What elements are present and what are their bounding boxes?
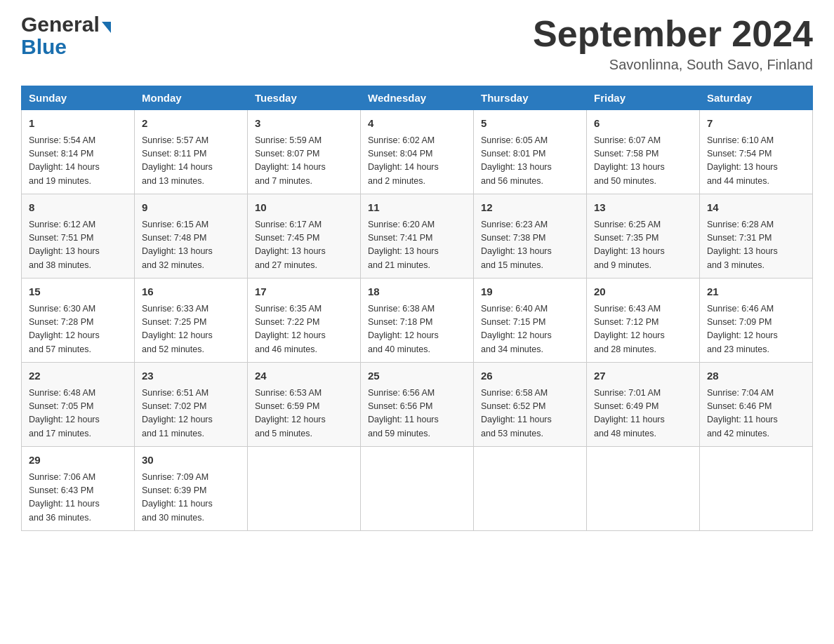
calendar-cell: 28Sunrise: 7:04 AMSunset: 6:46 PMDayligh… <box>700 363 813 447</box>
day-info: Sunrise: 6:38 AMSunset: 7:18 PMDaylight:… <box>368 302 466 357</box>
day-info: Sunrise: 6:02 AMSunset: 8:04 PMDaylight:… <box>368 134 466 189</box>
day-info: Sunrise: 7:06 AMSunset: 6:43 PMDaylight:… <box>29 471 127 525</box>
day-info: Sunrise: 6:43 AMSunset: 7:12 PMDaylight:… <box>594 302 692 357</box>
calendar-cell: 17Sunrise: 6:35 AMSunset: 7:22 PMDayligh… <box>248 279 361 363</box>
day-info: Sunrise: 6:07 AMSunset: 7:58 PMDaylight:… <box>594 134 692 189</box>
col-monday: Monday <box>135 86 248 110</box>
logo-general-text: General <box>21 13 100 36</box>
calendar-cell: 21Sunrise: 6:46 AMSunset: 7:09 PMDayligh… <box>700 279 813 363</box>
day-number: 24 <box>255 368 353 384</box>
logo-triangle-icon <box>102 22 111 33</box>
day-number: 2 <box>142 116 240 132</box>
logo-blue-text: Blue <box>21 35 111 59</box>
day-number: 10 <box>255 200 353 216</box>
day-number: 28 <box>707 368 805 384</box>
calendar-week-5: 29Sunrise: 7:06 AMSunset: 6:43 PMDayligh… <box>22 447 813 531</box>
calendar-cell: 11Sunrise: 6:20 AMSunset: 7:41 PMDayligh… <box>361 194 474 279</box>
calendar-cell: 25Sunrise: 6:56 AMSunset: 6:56 PMDayligh… <box>361 363 474 447</box>
day-number: 26 <box>481 368 579 384</box>
day-number: 8 <box>29 200 127 216</box>
day-number: 17 <box>255 284 353 300</box>
logo: General Blue <box>21 14 111 59</box>
calendar-cell: 19Sunrise: 6:40 AMSunset: 7:15 PMDayligh… <box>474 279 587 363</box>
calendar-cell: 23Sunrise: 6:51 AMSunset: 7:02 PMDayligh… <box>135 363 248 447</box>
day-number: 25 <box>368 368 466 384</box>
day-info: Sunrise: 7:04 AMSunset: 6:46 PMDaylight:… <box>707 387 805 441</box>
day-info: Sunrise: 6:48 AMSunset: 7:05 PMDaylight:… <box>29 387 127 441</box>
day-info: Sunrise: 6:56 AMSunset: 6:56 PMDaylight:… <box>368 387 466 441</box>
day-info: Sunrise: 7:01 AMSunset: 6:49 PMDaylight:… <box>594 387 692 441</box>
day-number: 18 <box>368 284 466 300</box>
calendar-cell <box>361 447 474 531</box>
day-info: Sunrise: 6:46 AMSunset: 7:09 PMDaylight:… <box>707 302 805 357</box>
calendar-body: 1Sunrise: 5:54 AMSunset: 8:14 PMDaylight… <box>22 110 813 531</box>
calendar-cell: 26Sunrise: 6:58 AMSunset: 6:52 PMDayligh… <box>474 363 587 447</box>
day-number: 15 <box>29 284 127 300</box>
col-tuesday: Tuesday <box>248 86 361 110</box>
calendar-week-4: 22Sunrise: 6:48 AMSunset: 7:05 PMDayligh… <box>22 363 813 447</box>
day-info: Sunrise: 6:28 AMSunset: 7:31 PMDaylight:… <box>707 218 805 273</box>
day-number: 6 <box>594 116 692 132</box>
calendar-cell <box>700 447 813 531</box>
day-number: 29 <box>29 452 127 469</box>
day-number: 4 <box>368 116 466 132</box>
day-number: 20 <box>594 284 692 300</box>
calendar-subtitle: Savonlinna, South Savo, Finland <box>533 57 813 73</box>
title-area: September 2024 Savonlinna, South Savo, F… <box>533 14 813 73</box>
day-number: 23 <box>142 368 240 384</box>
calendar-cell <box>474 447 587 531</box>
calendar-cell: 13Sunrise: 6:25 AMSunset: 7:35 PMDayligh… <box>587 194 700 279</box>
day-info: Sunrise: 6:53 AMSunset: 6:59 PMDaylight:… <box>255 387 353 441</box>
day-info: Sunrise: 5:57 AMSunset: 8:11 PMDaylight:… <box>142 134 240 189</box>
day-info: Sunrise: 6:17 AMSunset: 7:45 PMDaylight:… <box>255 218 353 273</box>
calendar-cell: 5Sunrise: 6:05 AMSunset: 8:01 PMDaylight… <box>474 110 587 194</box>
page-header: General Blue September 2024 Savonlinna, … <box>21 14 813 73</box>
day-number: 22 <box>29 368 127 384</box>
col-thursday: Thursday <box>474 86 587 110</box>
calendar-cell: 6Sunrise: 6:07 AMSunset: 7:58 PMDaylight… <box>587 110 700 194</box>
day-number: 7 <box>707 116 805 132</box>
calendar-week-1: 1Sunrise: 5:54 AMSunset: 8:14 PMDaylight… <box>22 110 813 194</box>
day-number: 1 <box>29 116 127 132</box>
day-number: 5 <box>481 116 579 132</box>
calendar-cell: 15Sunrise: 6:30 AMSunset: 7:28 PMDayligh… <box>22 279 135 363</box>
calendar-cell <box>587 447 700 531</box>
day-info: Sunrise: 6:58 AMSunset: 6:52 PMDaylight:… <box>481 387 579 441</box>
calendar-cell: 9Sunrise: 6:15 AMSunset: 7:48 PMDaylight… <box>135 194 248 279</box>
day-info: Sunrise: 6:20 AMSunset: 7:41 PMDaylight:… <box>368 218 466 273</box>
calendar-table: Sunday Monday Tuesday Wednesday Thursday… <box>21 86 813 531</box>
calendar-cell: 20Sunrise: 6:43 AMSunset: 7:12 PMDayligh… <box>587 279 700 363</box>
calendar-cell: 22Sunrise: 6:48 AMSunset: 7:05 PMDayligh… <box>22 363 135 447</box>
day-info: Sunrise: 6:35 AMSunset: 7:22 PMDaylight:… <box>255 302 353 357</box>
col-wednesday: Wednesday <box>361 86 474 110</box>
calendar-header: Sunday Monday Tuesday Wednesday Thursday… <box>22 86 813 110</box>
calendar-cell: 16Sunrise: 6:33 AMSunset: 7:25 PMDayligh… <box>135 279 248 363</box>
day-info: Sunrise: 6:25 AMSunset: 7:35 PMDaylight:… <box>594 218 692 273</box>
day-info: Sunrise: 6:51 AMSunset: 7:02 PMDaylight:… <box>142 387 240 441</box>
day-info: Sunrise: 5:59 AMSunset: 8:07 PMDaylight:… <box>255 134 353 189</box>
calendar-cell: 27Sunrise: 7:01 AMSunset: 6:49 PMDayligh… <box>587 363 700 447</box>
day-number: 11 <box>368 200 466 216</box>
day-info: Sunrise: 6:10 AMSunset: 7:54 PMDaylight:… <box>707 134 805 189</box>
day-number: 16 <box>142 284 240 300</box>
calendar-cell: 18Sunrise: 6:38 AMSunset: 7:18 PMDayligh… <box>361 279 474 363</box>
day-number: 14 <box>707 200 805 216</box>
day-info: Sunrise: 6:40 AMSunset: 7:15 PMDaylight:… <box>481 302 579 357</box>
calendar-cell: 12Sunrise: 6:23 AMSunset: 7:38 PMDayligh… <box>474 194 587 279</box>
calendar-cell: 1Sunrise: 5:54 AMSunset: 8:14 PMDaylight… <box>22 110 135 194</box>
day-info: Sunrise: 5:54 AMSunset: 8:14 PMDaylight:… <box>29 134 127 189</box>
calendar-cell: 3Sunrise: 5:59 AMSunset: 8:07 PMDaylight… <box>248 110 361 194</box>
calendar-cell: 7Sunrise: 6:10 AMSunset: 7:54 PMDaylight… <box>700 110 813 194</box>
day-number: 13 <box>594 200 692 216</box>
calendar-cell: 14Sunrise: 6:28 AMSunset: 7:31 PMDayligh… <box>700 194 813 279</box>
calendar-week-2: 8Sunrise: 6:12 AMSunset: 7:51 PMDaylight… <box>22 194 813 279</box>
calendar-cell: 2Sunrise: 5:57 AMSunset: 8:11 PMDaylight… <box>135 110 248 194</box>
col-friday: Friday <box>587 86 700 110</box>
day-info: Sunrise: 6:05 AMSunset: 8:01 PMDaylight:… <box>481 134 579 189</box>
day-info: Sunrise: 7:09 AMSunset: 6:39 PMDaylight:… <box>142 471 240 525</box>
calendar-cell: 30Sunrise: 7:09 AMSunset: 6:39 PMDayligh… <box>135 447 248 531</box>
day-number: 12 <box>481 200 579 216</box>
day-info: Sunrise: 6:15 AMSunset: 7:48 PMDaylight:… <box>142 218 240 273</box>
col-sunday: Sunday <box>22 86 135 110</box>
day-info: Sunrise: 6:33 AMSunset: 7:25 PMDaylight:… <box>142 302 240 357</box>
